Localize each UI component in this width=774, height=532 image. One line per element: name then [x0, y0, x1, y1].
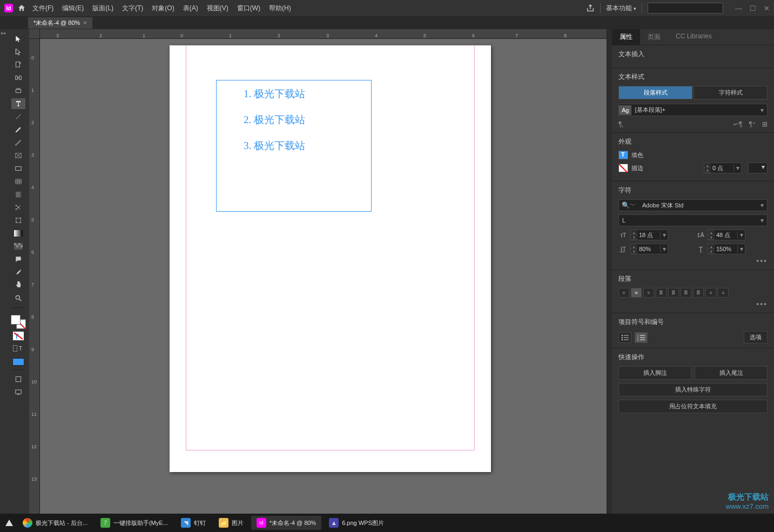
- page-tool-icon[interactable]: [11, 59, 25, 70]
- maximize-button[interactable]: ☐: [750, 4, 756, 12]
- font-size-input[interactable]: ▴▾▾: [630, 230, 668, 240]
- step-up-icon[interactable]: ▴: [704, 163, 711, 168]
- chevron-down-icon[interactable]: ▾: [757, 106, 767, 114]
- home-icon[interactable]: [17, 4, 26, 12]
- note-tool-icon[interactable]: [11, 254, 25, 265]
- scissors-tool-icon[interactable]: [11, 202, 25, 213]
- insert-footnote-button[interactable]: 插入脚注: [618, 366, 691, 380]
- stroke-weight-field[interactable]: [711, 165, 733, 171]
- taskbar-item[interactable]: ◥钉钉: [176, 516, 211, 530]
- menu-text[interactable]: 文字(T): [122, 4, 143, 13]
- left-dock-expand-icon[interactable]: ▸▸: [0, 29, 8, 514]
- hand-tool-icon[interactable]: [11, 280, 25, 291]
- font-family-field[interactable]: [639, 202, 757, 208]
- justify-right-icon[interactable]: ≣: [681, 288, 691, 298]
- start-button-icon[interactable]: [3, 517, 15, 529]
- clear-override-icon[interactable]: ¶⁺: [749, 120, 756, 128]
- view-mode-icon[interactable]: [11, 374, 25, 385]
- new-style-icon[interactable]: ⤺¶: [733, 120, 742, 128]
- font-family-dropdown[interactable]: 🔍﹀ ▾: [618, 199, 768, 211]
- type-tool-icon[interactable]: [11, 98, 25, 109]
- horizontal-ruler[interactable]: 321 012 345 678 91011: [40, 29, 607, 39]
- align-away-spine-icon[interactable]: ≡: [705, 288, 716, 298]
- leading-field[interactable]: [715, 232, 737, 238]
- justify-left-icon[interactable]: ≣: [656, 288, 667, 298]
- taskbar-item[interactable]: 极光下载站 - 后台...: [17, 516, 93, 530]
- chevron-down-icon[interactable]: ▾: [757, 201, 767, 209]
- menu-object[interactable]: 对象(O): [152, 4, 174, 13]
- document-tab[interactable]: *未命名-4 @ 80% ×: [28, 17, 92, 29]
- vscale-field[interactable]: [637, 246, 660, 252]
- menu-file[interactable]: 文件(F): [32, 4, 53, 13]
- table-tool-icon[interactable]: [11, 176, 25, 187]
- create-style-icon[interactable]: ⊞: [762, 120, 768, 128]
- more-options-icon[interactable]: •••: [618, 257, 768, 265]
- menu-help[interactable]: 帮助(H): [269, 4, 291, 13]
- menu-table[interactable]: 表(A): [183, 4, 198, 13]
- fill-placeholder-button[interactable]: 用占位符文本填充: [618, 400, 768, 413]
- selection-tool-icon[interactable]: [11, 33, 25, 44]
- taskbar-item[interactable]: ▲6.png WPS图片: [324, 516, 389, 530]
- chevron-down-icon[interactable]: ▾: [733, 164, 741, 172]
- search-input[interactable]: [648, 3, 723, 14]
- vertical-ruler[interactable]: 012 345 678 91011 1213: [29, 39, 40, 514]
- options-button[interactable]: 选项: [744, 331, 768, 344]
- text-frame[interactable]: 1. 极光下载站 2. 极光下载站 3. 极光下载站: [216, 80, 372, 212]
- justify-all-icon[interactable]: ≣: [693, 288, 704, 298]
- character-style-tab[interactable]: 字符样式: [694, 86, 768, 99]
- gap-tool-icon[interactable]: [11, 72, 25, 83]
- right-dock-strip[interactable]: [607, 29, 612, 514]
- close-tab-icon[interactable]: ×: [83, 19, 86, 26]
- stroke-weight-input[interactable]: ▴▾ ▾: [704, 163, 742, 173]
- font-style-dropdown[interactable]: ▾: [618, 214, 768, 226]
- paragraph-style-tab[interactable]: 段落样式: [618, 86, 692, 99]
- rectangle-frame-tool-icon[interactable]: [11, 150, 25, 161]
- align-right-icon[interactable]: ≡: [643, 288, 654, 298]
- numbered-list-icon[interactable]: 123: [635, 332, 648, 343]
- menu-edit[interactable]: 编辑(E): [62, 4, 84, 13]
- leading-input[interactable]: ▴▾▾: [708, 230, 745, 240]
- fill-swatch[interactable]: T: [618, 151, 628, 159]
- screen-mode-icon[interactable]: [11, 387, 25, 398]
- fill-stroke-swatch[interactable]: [11, 315, 26, 329]
- align-center-icon[interactable]: ≡: [631, 288, 642, 298]
- apply-none-icon[interactable]: T: [11, 343, 25, 354]
- eyedropper-tool-icon[interactable]: [11, 267, 25, 278]
- style-dropdown[interactable]: Ag [基本段落]+ ▾: [618, 104, 768, 116]
- content-collector-tool-icon[interactable]: [11, 85, 25, 96]
- canvas[interactable]: 321 012 345 678 91011 012 345 678 91011 …: [29, 29, 607, 514]
- gradient-swatch-tool-icon[interactable]: [11, 228, 25, 239]
- tab-cc-libraries[interactable]: CC Libraries: [668, 29, 719, 45]
- align-left-icon[interactable]: ≡: [618, 288, 629, 298]
- search-icon[interactable]: 🔍﹀: [619, 201, 639, 210]
- workspace-switcher[interactable]: 基本功能 ▾: [606, 4, 636, 13]
- pen-tool-icon[interactable]: [11, 124, 25, 135]
- more-options-icon[interactable]: •••: [618, 300, 768, 308]
- justify-center-icon[interactable]: ≣: [668, 288, 679, 298]
- vscale-input[interactable]: ▴▾▾: [630, 244, 668, 254]
- taskbar-item[interactable]: Id*未命名-4 @ 80%: [251, 516, 321, 530]
- stroke-style-dropdown[interactable]: ▾: [748, 163, 768, 173]
- insert-special-char-button[interactable]: 插入特殊字符: [618, 383, 768, 396]
- share-icon[interactable]: [586, 4, 595, 12]
- hscale-field[interactable]: [715, 246, 737, 252]
- align-toward-spine-icon[interactable]: ≡: [718, 288, 729, 298]
- menu-window[interactable]: 窗口(W): [237, 4, 260, 13]
- gradient-feather-tool-icon[interactable]: [11, 241, 25, 252]
- close-button[interactable]: ✕: [764, 4, 770, 12]
- free-transform-tool-icon[interactable]: [11, 215, 25, 226]
- hscale-input[interactable]: ▴▾▾: [708, 244, 745, 254]
- line-tool-icon[interactable]: [11, 111, 25, 122]
- ruler-origin[interactable]: [29, 29, 40, 39]
- insert-endnote-button[interactable]: 插入尾注: [695, 366, 768, 380]
- font-size-field[interactable]: [637, 232, 660, 238]
- rectangle-tool-icon[interactable]: [11, 163, 25, 174]
- formatting-text-icon[interactable]: T: [12, 331, 24, 341]
- tab-pages[interactable]: 页面: [640, 29, 668, 45]
- table-cell-tool-icon[interactable]: [11, 189, 25, 200]
- pilcrow-icon[interactable]: ¶ˌ: [618, 120, 623, 128]
- minimize-button[interactable]: —: [735, 4, 742, 12]
- taskbar-item[interactable]: 📁图片: [213, 516, 249, 530]
- step-down-icon[interactable]: ▾: [704, 168, 711, 173]
- font-style-field[interactable]: [619, 217, 757, 224]
